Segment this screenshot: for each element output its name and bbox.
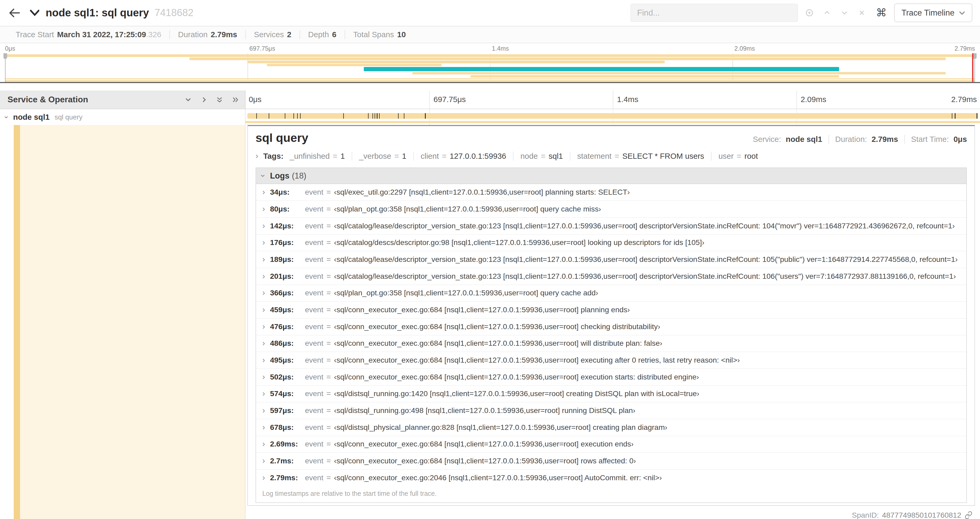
equals-sign: = [326,389,331,399]
find-input[interactable] [630,4,798,22]
minimap-tick-label: 1.4ms [490,45,509,52]
log-row[interactable]: › 486μs: event = ‹sql/conn_executor_exec… [256,335,967,352]
span-highlight-tint [14,125,245,519]
timeline-ruler: 0μs 697.75μs 1.4ms 2.09ms 2.79ms [245,91,980,109]
log-row[interactable]: › 476μs: event = ‹sql/conn_executor_exec… [256,318,967,335]
log-field-key: event [305,204,323,214]
collapse-all-icon[interactable] [216,96,223,103]
span-collapse-chevron-icon[interactable]: › [3,116,11,118]
log-row[interactable]: › 495μs: event = ‹sql/conn_executor_exec… [256,351,967,369]
chevron-right-icon: › [262,373,265,381]
span-id-value: 4877749850101760812 [882,511,961,519]
tags-row[interactable]: › Tags: _unfinished = 1 _verbose = 1 [256,150,967,163]
span-meta-item: Start Time: 0μs [905,135,967,144]
clear-search-icon[interactable] [858,9,866,17]
log-row[interactable]: › 502μs: event = ‹sql/conn_executor_exec… [256,369,967,385]
logs-title: Logs [270,171,290,180]
equals-sign: = [615,152,619,161]
log-field-key: event [305,271,323,281]
span-name-cell[interactable]: › node sql1 sql query [0,109,245,125]
next-result-icon[interactable] [840,9,848,17]
minimap-span-bar [5,80,975,82]
log-field-key: event [305,372,323,382]
equals-sign: = [395,152,399,161]
minimap-span-bar [5,54,975,57]
summary-stat: Services 2 [246,30,300,39]
chevron-right-icon: › [262,306,265,314]
logs-list: › 34μs: event = ‹sql/exec_util.go:2297 [… [256,184,967,486]
tag-value: SELECT * FROM users [622,152,704,161]
tag-key: _unfinished [290,152,330,161]
log-marker-tick [285,113,285,119]
summary-stat-value: March 31 2022, 17:25:09 [57,30,146,39]
log-row[interactable]: › 2.7ms: event = ‹sql/conn_executor_exec… [256,452,967,469]
log-field-value: ‹sql/distsql_physical_planner.go:828 [ns… [334,423,667,433]
log-marker-tick [293,113,294,119]
log-marker-tick [398,113,399,119]
log-field-key: event [305,473,323,483]
copy-link-icon[interactable] [964,511,973,519]
span-detail-title: sql query [256,131,308,145]
tag-key: user [718,152,734,161]
collapse-one-icon[interactable] [185,96,192,103]
span-operation-name: sql query [54,113,83,121]
chevron-right-icon: › [262,440,265,448]
trace-collapse-chevron-icon[interactable] [30,10,40,16]
log-row[interactable]: › 678μs: event = ‹sql/distsql_physical_p… [256,419,967,436]
span-name-column-highlight [0,125,245,519]
ruler-tick-label: 697.75μs [429,91,466,109]
log-row[interactable]: › 2.79ms: event = ‹sql/conn_executor_exe… [256,469,967,486]
summary-stat: Trace Start March 31 2022, 17:25:09 .326 [7,30,170,39]
span-timeline-cell[interactable] [245,109,980,125]
summary-stat-label: Trace Start [16,30,54,39]
log-row[interactable]: › 597μs: event = ‹sql/distsql_running.go… [256,402,967,419]
logs-footnote: Log timestamps are relative to the start… [256,486,967,502]
log-row[interactable]: › 34μs: event = ‹sql/exec_util.go:2297 [… [256,184,967,200]
range-scrubber-right[interactable] [974,53,975,82]
log-timestamp: 2.79ms: [270,473,301,483]
summary-stat: Total Spans 10 [345,30,414,39]
log-row[interactable]: › 201μs: event = ‹sql/catalog/lease/desc… [256,268,967,284]
log-row[interactable]: › 574μs: event = ‹sql/distsql_running.go… [256,385,967,402]
prev-result-icon[interactable] [823,9,831,17]
log-timestamp: 574μs: [270,389,301,399]
span-detail-region: sql query Service: node sql1 Duration: 2… [0,125,980,519]
expand-one-icon[interactable] [200,96,208,103]
equals-sign: = [326,473,331,483]
ruler-tick-label: 2.79ms [951,91,977,109]
log-field-value: ‹sql/conn_executor_exec.go:684 [nsql1,cl… [334,305,630,315]
log-field-value: ‹sql/conn_executor_exec.go:684 [nsql1,cl… [334,372,699,382]
log-row[interactable]: › 142μs: event = ‹sql/catalog/lease/desc… [256,217,967,234]
log-row[interactable]: › 189μs: event = ‹sql/catalog/lease/desc… [256,251,967,268]
minimap-tick-label: 697.75μs [247,45,275,52]
minimap-canvas[interactable] [5,53,975,82]
minimap-span-bar [247,61,664,63]
summary-stat-value: 10 [397,30,406,39]
top-bar-actions: ⌘ Trace Timeline [630,3,973,22]
range-scrubber-left[interactable] [5,53,6,82]
minimap-cursor-line [972,53,974,82]
log-row[interactable]: › 366μs: event = ‹sql/plan_opt.go:358 [n… [256,284,967,302]
tags-label: Tags: [263,152,283,161]
span-meta-item: Service: node sql1 [746,135,829,144]
log-row[interactable]: › 80μs: event = ‹sql/plan_opt.go:358 [ns… [256,200,967,217]
back-button[interactable] [9,8,20,18]
log-marker-tick [269,113,269,119]
trace-view-selector[interactable]: Trace Timeline [894,3,973,22]
span-duration-bar[interactable] [247,113,978,119]
log-row[interactable]: › 176μs: event = ‹sql/catalog/descs/desc… [256,234,967,251]
keyboard-shortcuts-button[interactable]: ⌘ [876,6,886,19]
ruler-tick-label: 0μs [245,91,261,109]
log-row[interactable]: › 2.69ms: event = ‹sql/conn_executor_exe… [256,436,967,452]
logs-header[interactable]: › Logs (18) [256,168,967,184]
minimap-axis: 0μs 697.75μs 1.4ms 2.09ms 2.79ms [5,45,975,53]
zoom-to-results-icon[interactable] [805,9,813,17]
equals-sign: = [737,152,741,161]
tag-key: client [421,152,439,161]
span-service-name: node sql1 [13,113,49,121]
log-row[interactable]: › 459μs: event = ‹sql/conn_executor_exec… [256,301,967,318]
service-operation-header: Service & Operation [0,91,245,109]
log-timestamp: 142μs: [270,221,301,231]
expand-all-icon[interactable] [231,96,239,103]
chevron-right-icon: › [262,238,265,247]
